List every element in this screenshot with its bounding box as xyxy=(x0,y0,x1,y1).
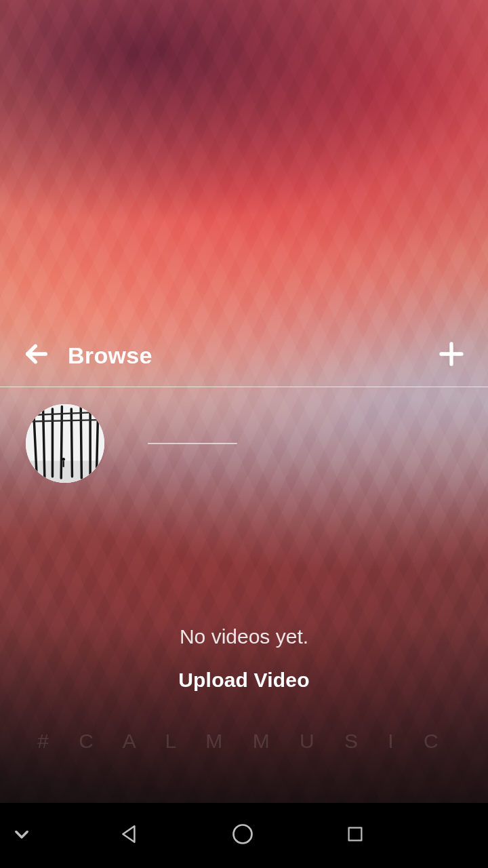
arrow-left-icon xyxy=(23,340,50,370)
svg-line-12 xyxy=(96,408,98,477)
circle-home-icon xyxy=(230,822,255,849)
header-title: Browse xyxy=(68,342,152,369)
nav-recents-button[interactable] xyxy=(340,820,371,851)
screen: Browse xyxy=(0,0,488,868)
nav-center xyxy=(31,820,454,851)
triangle-back-icon xyxy=(119,823,142,848)
empty-state-message: No videos yet. xyxy=(0,625,488,648)
channel-name-placeholder xyxy=(148,443,237,444)
upload-video-button[interactable]: Upload Video xyxy=(0,669,488,692)
back-button[interactable] xyxy=(19,338,54,373)
chevron-down-icon xyxy=(12,834,31,846)
header-bar: Browse xyxy=(0,324,488,387)
svg-marker-17 xyxy=(123,826,134,842)
header-divider xyxy=(0,387,488,387)
system-nav-bar xyxy=(0,803,488,868)
empty-state: No videos yet. Upload Video xyxy=(0,625,488,692)
avatar[interactable] xyxy=(26,404,104,483)
nav-home-button[interactable] xyxy=(227,820,258,851)
svg-line-8 xyxy=(61,406,62,478)
svg-point-15 xyxy=(62,458,65,461)
hashtag-watermark: # C A L M M U S I C xyxy=(0,730,488,753)
svg-point-18 xyxy=(234,825,252,844)
svg-rect-19 xyxy=(349,828,362,841)
svg-line-6 xyxy=(43,408,45,478)
nav-collapse-button[interactable] xyxy=(12,825,31,846)
square-recents-icon xyxy=(345,824,365,847)
profile-row xyxy=(26,404,237,483)
plus-icon xyxy=(438,340,465,370)
add-button[interactable] xyxy=(434,338,469,373)
nav-back-button[interactable] xyxy=(115,820,146,851)
svg-line-9 xyxy=(71,409,72,477)
svg-line-10 xyxy=(81,408,81,478)
